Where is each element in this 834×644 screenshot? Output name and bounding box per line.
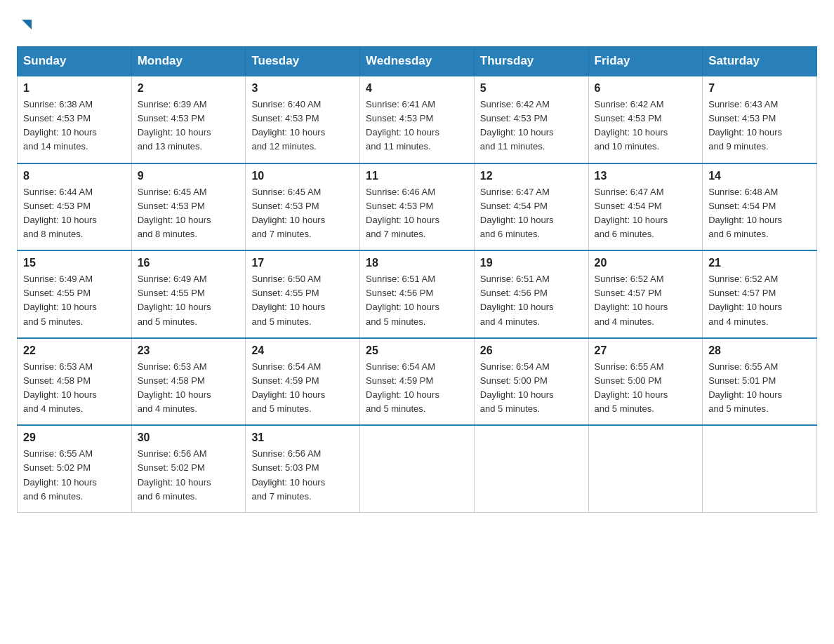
calendar-week-row: 22 Sunrise: 6:53 AM Sunset: 4:58 PM Dayl… (18, 338, 817, 426)
svg-marker-0 (22, 20, 32, 29)
day-number: 21 (708, 257, 811, 269)
calendar-table: SundayMondayTuesdayWednesdayThursdayFrid… (17, 46, 817, 513)
day-number: 22 (23, 344, 126, 357)
day-number: 24 (251, 344, 354, 357)
day-info: Sunrise: 6:55 AM Sunset: 5:02 PM Dayligh… (23, 447, 126, 504)
calendar-cell: 31 Sunrise: 6:56 AM Sunset: 5:03 PM Dayl… (246, 425, 360, 512)
calendar-cell (360, 425, 475, 512)
calendar-cell: 4 Sunrise: 6:41 AM Sunset: 4:53 PM Dayli… (360, 76, 475, 163)
day-info: Sunrise: 6:52 AM Sunset: 4:57 PM Dayligh… (708, 272, 811, 329)
weekday-header-saturday: Saturday (703, 47, 817, 76)
day-info: Sunrise: 6:55 AM Sunset: 5:00 PM Dayligh… (595, 360, 697, 417)
day-number: 11 (366, 170, 468, 182)
day-info: Sunrise: 6:47 AM Sunset: 4:54 PM Dayligh… (595, 185, 697, 242)
calendar-cell: 23 Sunrise: 6:53 AM Sunset: 4:58 PM Dayl… (131, 338, 246, 426)
day-number: 15 (23, 257, 126, 269)
day-info: Sunrise: 6:45 AM Sunset: 4:53 PM Dayligh… (251, 185, 354, 242)
day-number: 10 (251, 170, 354, 182)
day-number: 8 (23, 170, 126, 182)
day-info: Sunrise: 6:42 AM Sunset: 4:53 PM Dayligh… (480, 98, 583, 154)
day-number: 7 (708, 82, 811, 95)
calendar-cell: 16 Sunrise: 6:49 AM Sunset: 4:55 PM Dayl… (131, 250, 246, 338)
day-info: Sunrise: 6:54 AM Sunset: 5:00 PM Dayligh… (480, 360, 583, 417)
day-info: Sunrise: 6:51 AM Sunset: 4:56 PM Dayligh… (480, 272, 583, 329)
calendar-cell: 15 Sunrise: 6:49 AM Sunset: 4:55 PM Dayl… (18, 250, 132, 338)
weekday-header-friday: Friday (588, 47, 703, 76)
day-number: 20 (595, 257, 697, 269)
day-number: 28 (708, 344, 811, 357)
day-info: Sunrise: 6:41 AM Sunset: 4:53 PM Dayligh… (366, 98, 468, 154)
calendar-week-row: 1 Sunrise: 6:38 AM Sunset: 4:53 PM Dayli… (18, 76, 817, 163)
calendar-cell: 17 Sunrise: 6:50 AM Sunset: 4:55 PM Dayl… (246, 250, 360, 338)
calendar-cell: 18 Sunrise: 6:51 AM Sunset: 4:56 PM Dayl… (360, 250, 475, 338)
weekday-header-sunday: Sunday (18, 47, 132, 76)
calendar-cell: 7 Sunrise: 6:43 AM Sunset: 4:53 PM Dayli… (703, 76, 817, 163)
day-info: Sunrise: 6:49 AM Sunset: 4:55 PM Dayligh… (138, 272, 240, 329)
day-number: 23 (138, 344, 240, 357)
day-info: Sunrise: 6:53 AM Sunset: 4:58 PM Dayligh… (23, 360, 126, 417)
day-info: Sunrise: 6:44 AM Sunset: 4:53 PM Dayligh… (23, 185, 126, 242)
day-info: Sunrise: 6:50 AM Sunset: 4:55 PM Dayligh… (251, 272, 354, 329)
day-info: Sunrise: 6:52 AM Sunset: 4:57 PM Dayligh… (595, 272, 697, 329)
calendar-cell: 10 Sunrise: 6:45 AM Sunset: 4:53 PM Dayl… (246, 163, 360, 251)
calendar-cell: 9 Sunrise: 6:45 AM Sunset: 4:53 PM Dayli… (131, 163, 246, 251)
calendar-cell: 29 Sunrise: 6:55 AM Sunset: 5:02 PM Dayl… (18, 425, 132, 512)
day-number: 9 (138, 170, 240, 182)
day-info: Sunrise: 6:38 AM Sunset: 4:53 PM Dayligh… (23, 98, 126, 154)
calendar-cell: 6 Sunrise: 6:42 AM Sunset: 4:53 PM Dayli… (588, 76, 703, 163)
day-number: 1 (23, 82, 126, 95)
calendar-cell: 20 Sunrise: 6:52 AM Sunset: 4:57 PM Dayl… (588, 250, 703, 338)
day-number: 30 (138, 431, 240, 444)
day-info: Sunrise: 6:54 AM Sunset: 4:59 PM Dayligh… (251, 360, 354, 417)
calendar-cell: 11 Sunrise: 6:46 AM Sunset: 4:53 PM Dayl… (360, 163, 475, 251)
page-header (17, 17, 817, 34)
calendar-cell: 13 Sunrise: 6:47 AM Sunset: 4:54 PM Dayl… (588, 163, 703, 251)
calendar-cell: 30 Sunrise: 6:56 AM Sunset: 5:02 PM Dayl… (131, 425, 246, 512)
day-info: Sunrise: 6:47 AM Sunset: 4:54 PM Dayligh… (480, 185, 583, 242)
calendar-cell: 1 Sunrise: 6:38 AM Sunset: 4:53 PM Dayli… (18, 76, 132, 163)
logo-arrow-icon (19, 17, 34, 35)
day-info: Sunrise: 6:54 AM Sunset: 4:59 PM Dayligh… (366, 360, 468, 417)
day-info: Sunrise: 6:42 AM Sunset: 4:53 PM Dayligh… (595, 98, 697, 154)
day-info: Sunrise: 6:43 AM Sunset: 4:53 PM Dayligh… (708, 98, 811, 154)
day-info: Sunrise: 6:40 AM Sunset: 4:53 PM Dayligh… (251, 98, 354, 154)
day-info: Sunrise: 6:56 AM Sunset: 5:02 PM Dayligh… (138, 447, 240, 504)
weekday-header-wednesday: Wednesday (360, 47, 475, 76)
day-number: 18 (366, 257, 468, 269)
day-info: Sunrise: 6:56 AM Sunset: 5:03 PM Dayligh… (251, 447, 354, 504)
day-number: 19 (480, 257, 583, 269)
day-number: 29 (23, 431, 126, 444)
day-number: 16 (138, 257, 240, 269)
calendar-cell: 19 Sunrise: 6:51 AM Sunset: 4:56 PM Dayl… (474, 250, 588, 338)
calendar-cell: 8 Sunrise: 6:44 AM Sunset: 4:53 PM Dayli… (18, 163, 132, 251)
day-number: 6 (595, 82, 697, 95)
calendar-week-row: 15 Sunrise: 6:49 AM Sunset: 4:55 PM Dayl… (18, 250, 817, 338)
day-info: Sunrise: 6:55 AM Sunset: 5:01 PM Dayligh… (708, 360, 811, 417)
day-info: Sunrise: 6:48 AM Sunset: 4:54 PM Dayligh… (708, 185, 811, 242)
day-number: 13 (595, 170, 697, 182)
day-number: 31 (251, 431, 354, 444)
day-number: 27 (595, 344, 697, 357)
logo (17, 17, 34, 34)
day-info: Sunrise: 6:51 AM Sunset: 4:56 PM Dayligh… (366, 272, 468, 329)
day-info: Sunrise: 6:45 AM Sunset: 4:53 PM Dayligh… (138, 185, 240, 242)
day-number: 17 (251, 257, 354, 269)
weekday-header-thursday: Thursday (474, 47, 588, 76)
calendar-cell (474, 425, 588, 512)
day-info: Sunrise: 6:53 AM Sunset: 4:58 PM Dayligh… (138, 360, 240, 417)
calendar-cell: 5 Sunrise: 6:42 AM Sunset: 4:53 PM Dayli… (474, 76, 588, 163)
weekday-header-tuesday: Tuesday (246, 47, 360, 76)
calendar-cell (588, 425, 703, 512)
day-number: 4 (366, 82, 468, 95)
calendar-header-row: SundayMondayTuesdayWednesdayThursdayFrid… (18, 47, 817, 76)
calendar-cell: 22 Sunrise: 6:53 AM Sunset: 4:58 PM Dayl… (18, 338, 132, 426)
day-info: Sunrise: 6:49 AM Sunset: 4:55 PM Dayligh… (23, 272, 126, 329)
calendar-cell: 14 Sunrise: 6:48 AM Sunset: 4:54 PM Dayl… (703, 163, 817, 251)
weekday-header-monday: Monday (131, 47, 246, 76)
calendar-cell: 21 Sunrise: 6:52 AM Sunset: 4:57 PM Dayl… (703, 250, 817, 338)
calendar-cell: 12 Sunrise: 6:47 AM Sunset: 4:54 PM Dayl… (474, 163, 588, 251)
calendar-cell: 25 Sunrise: 6:54 AM Sunset: 4:59 PM Dayl… (360, 338, 475, 426)
day-number: 5 (480, 82, 583, 95)
calendar-cell (703, 425, 817, 512)
day-number: 2 (138, 82, 240, 95)
